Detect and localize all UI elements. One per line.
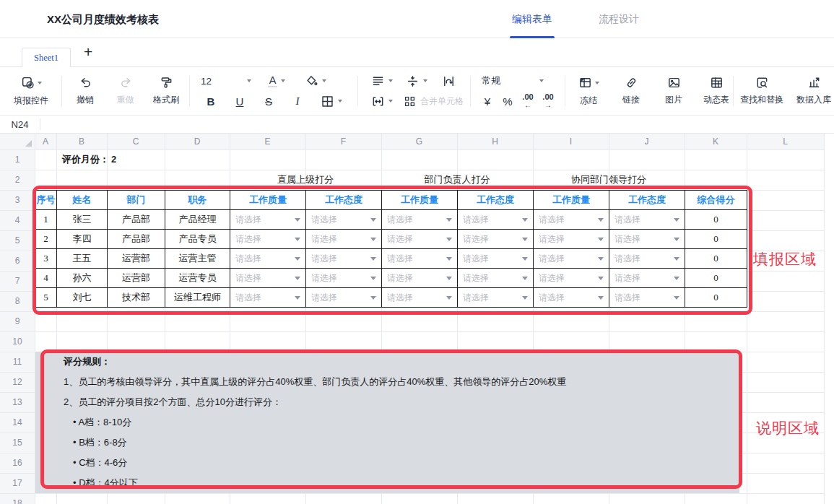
- select-all-corner[interactable]: [0, 134, 35, 149]
- number-format-select[interactable]: 常规: [477, 72, 550, 90]
- dynamic-table-button[interactable]: 动态表: [700, 76, 733, 106]
- borders-button[interactable]: [312, 92, 351, 110]
- row-header-17[interactable]: 17: [0, 473, 35, 493]
- format-painter-button[interactable]: 格式刷: [149, 76, 183, 106]
- month-value-cell[interactable]: 2: [107, 149, 165, 170]
- row-header-16[interactable]: 16: [0, 453, 35, 473]
- score-dropdown-cell[interactable]: 请选择: [230, 210, 306, 230]
- row-header-6[interactable]: 6: [0, 251, 35, 271]
- score-dropdown-cell[interactable]: 请选择: [382, 249, 458, 269]
- score-dropdown-cell[interactable]: 请选择: [609, 269, 685, 288]
- score-dropdown-cell[interactable]: 请选择: [609, 230, 685, 249]
- fill-control-button[interactable]: 填报控件: [7, 76, 55, 107]
- row-header-13[interactable]: 13: [0, 392, 35, 412]
- score-dropdown-cell[interactable]: 请选择: [382, 210, 458, 230]
- row-header-15[interactable]: 15: [0, 433, 35, 453]
- table-header-cell[interactable]: 职务: [165, 191, 230, 210]
- table-header-cell[interactable]: 工作态度: [306, 191, 382, 210]
- score-dropdown-cell[interactable]: 请选择: [306, 210, 382, 230]
- score-dropdown-cell[interactable]: 请选择: [534, 210, 609, 230]
- row-header-7[interactable]: 7: [0, 271, 35, 291]
- score-dropdown-cell[interactable]: 请选择: [382, 288, 458, 308]
- dept-cell[interactable]: 技术部: [108, 288, 165, 308]
- total-score-cell[interactable]: 0: [685, 269, 747, 288]
- row-header-2[interactable]: 2: [0, 170, 35, 190]
- title-cell[interactable]: 运营主管: [165, 249, 230, 269]
- font-size-select[interactable]: 12: [196, 72, 257, 90]
- name-cell[interactable]: 孙六: [57, 269, 108, 288]
- title-cell[interactable]: 运营专员: [165, 269, 230, 288]
- fill-color-button[interactable]: [296, 72, 335, 90]
- score-dropdown-cell[interactable]: 请选择: [534, 249, 609, 269]
- name-cell[interactable]: 王五: [57, 249, 108, 269]
- column-header-G[interactable]: G: [381, 134, 457, 149]
- italic-button[interactable]: I: [283, 92, 312, 110]
- image-button[interactable]: 图片: [657, 76, 690, 106]
- score-dropdown-cell[interactable]: 请选择: [458, 249, 534, 269]
- column-header-D[interactable]: D: [165, 134, 230, 149]
- serial-cell[interactable]: 3: [35, 249, 57, 269]
- table-header-cell[interactable]: 部门: [108, 191, 165, 210]
- column-header-K[interactable]: K: [685, 134, 747, 149]
- serial-cell[interactable]: 5: [35, 288, 57, 308]
- name-cell[interactable]: 张三: [57, 210, 108, 230]
- data-store-button[interactable]: 数据入库: [796, 76, 831, 106]
- title-cell[interactable]: 运维工程师: [165, 288, 230, 308]
- column-header-L[interactable]: L: [747, 134, 824, 149]
- tab-edit-form[interactable]: 编辑表单: [512, 0, 552, 38]
- score-dropdown-cell[interactable]: 请选择: [306, 249, 382, 269]
- row-header-1[interactable]: 1: [0, 149, 35, 170]
- score-dropdown-cell[interactable]: 请选择: [458, 288, 534, 308]
- dept-cell[interactable]: 运营部: [108, 249, 165, 269]
- row-header-10[interactable]: 10: [0, 331, 35, 352]
- score-dropdown-cell[interactable]: 请选择: [382, 269, 458, 288]
- score-dropdown-cell[interactable]: 请选择: [458, 269, 534, 288]
- name-cell[interactable]: 刘七: [57, 288, 108, 308]
- row-header-11[interactable]: 11: [0, 352, 35, 372]
- font-color-button[interactable]: A: [257, 72, 296, 90]
- underline-button[interactable]: U: [225, 92, 254, 110]
- currency-format-button[interactable]: ¥: [477, 92, 498, 110]
- column-header-C[interactable]: C: [107, 134, 165, 149]
- score-dropdown-cell[interactable]: 请选择: [609, 288, 685, 308]
- bold-button[interactable]: B: [196, 92, 225, 110]
- total-score-cell[interactable]: 0: [685, 230, 747, 249]
- name-box[interactable]: N24: [0, 119, 40, 130]
- name-cell[interactable]: 李四: [57, 230, 108, 249]
- score-dropdown-cell[interactable]: 请选择: [306, 288, 382, 308]
- table-header-cell[interactable]: 工作态度: [609, 191, 685, 210]
- column-header-H[interactable]: H: [457, 134, 533, 149]
- score-dropdown-cell[interactable]: 请选择: [230, 288, 306, 308]
- score-dropdown-cell[interactable]: 请选择: [230, 249, 306, 269]
- row-header-18[interactable]: 18: [0, 493, 35, 504]
- column-header-J[interactable]: J: [609, 134, 685, 149]
- table-header-cell[interactable]: 综合得分: [685, 191, 747, 210]
- month-label-cell[interactable]: 评价月份：: [56, 149, 108, 170]
- row-header-8[interactable]: 8: [0, 291, 35, 311]
- score-dropdown-cell[interactable]: 请选择: [306, 230, 382, 249]
- row-header-4[interactable]: 4: [0, 210, 35, 230]
- column-header-F[interactable]: F: [305, 134, 381, 149]
- column-header-A[interactable]: A: [35, 134, 56, 149]
- text-wrap-button[interactable]: [365, 92, 399, 110]
- link-button[interactable]: 链接: [614, 76, 648, 106]
- total-score-cell[interactable]: 0: [685, 210, 747, 230]
- tab-flow-design[interactable]: 流程设计: [599, 0, 639, 38]
- table-header-cell[interactable]: 序号: [35, 191, 57, 210]
- undo-button[interactable]: 撤销: [69, 76, 102, 106]
- increase-decimal-button[interactable]: .00→: [538, 92, 558, 110]
- total-score-cell[interactable]: 0: [685, 249, 747, 269]
- score-dropdown-cell[interactable]: 请选择: [534, 288, 609, 308]
- table-header-cell[interactable]: 姓名: [57, 191, 108, 210]
- score-dropdown-cell[interactable]: 请选择: [230, 230, 306, 249]
- title-cell[interactable]: 产品经理: [165, 210, 230, 230]
- serial-cell[interactable]: 2: [35, 230, 57, 249]
- sheet-tab-sheet1[interactable]: Sheet1: [22, 48, 71, 67]
- dept-cell[interactable]: 运营部: [108, 269, 165, 288]
- percent-format-button[interactable]: %: [498, 92, 518, 110]
- decrease-decimal-button[interactable]: .00←: [518, 92, 538, 110]
- row-header-5[interactable]: 5: [0, 230, 35, 251]
- row-header-9[interactable]: 9: [0, 311, 35, 331]
- serial-cell[interactable]: 1: [35, 210, 57, 230]
- column-header-I[interactable]: I: [533, 134, 609, 149]
